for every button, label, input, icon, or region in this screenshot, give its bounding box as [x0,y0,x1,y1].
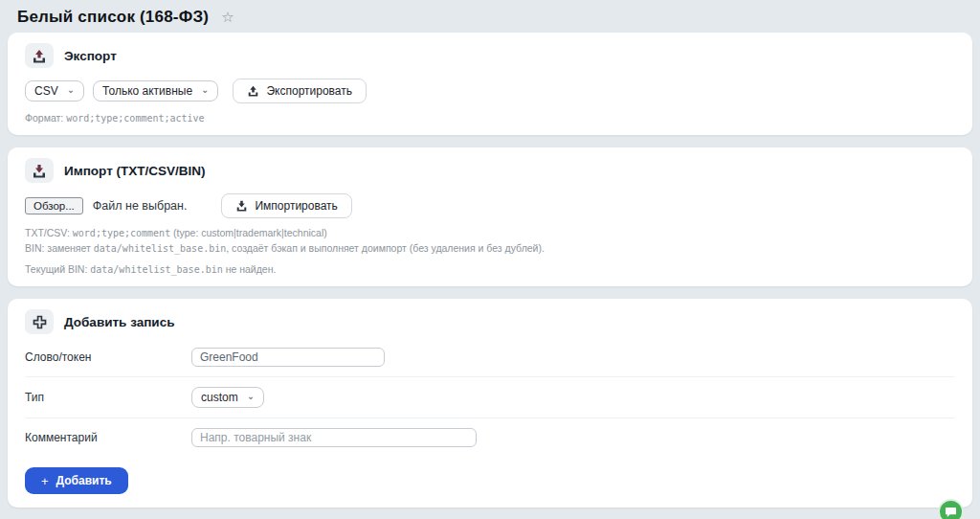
form-row-word: Слово/токен [25,338,955,377]
comment-label: Комментарий [25,431,191,444]
browse-file-button[interactable]: Обзор... [25,197,83,214]
import-hint-current-code: data/whitelist_base.bin [90,264,222,275]
import-hint-current-suffix: не найден. [226,263,277,275]
export-format-select[interactable]: CSV ⌄ [25,80,84,102]
type-select[interactable]: custom ⌄ [191,387,264,408]
type-label: Тип [25,391,191,404]
import-hint-current-bin: Текущий BIN: data/whitelist_base.bin не … [25,263,955,275]
import-card-header: Импорт (TXT/CSV/BIN) [25,158,955,183]
import-card-title: Импорт (TXT/CSV/BIN) [64,164,206,178]
file-status-text: Файл не выбран. [93,199,188,213]
import-hint-current-prefix: Текущий BIN: [25,263,87,275]
export-card-title: Экспорт [64,49,117,63]
add-record-title: Добавить запись [64,315,174,329]
import-hint-txtcsv-suffix: (type: custom|trademark|technical) [173,227,327,238]
chevron-down-icon: ⌄ [201,85,209,95]
import-hint-txtcsv-prefix: TXT/CSV: [25,227,70,238]
word-label: Слово/токен [25,350,191,364]
export-controls: CSV ⌄ Только активные ⌄ Экспортировать [25,79,955,103]
export-card-header: Экспорт [25,43,955,68]
add-button[interactable]: + Добавить [25,467,128,494]
export-scope-value: Только активные [102,84,192,98]
download-icon [235,200,248,212]
add-button-label: Добавить [56,474,112,487]
export-scope-select[interactable]: Только активные ⌄ [93,80,218,102]
chevron-down-icon: ⌄ [247,392,255,401]
upload-icon [25,43,54,68]
import-button[interactable]: Импортировать [221,193,351,218]
add-record-header: Добавить запись [25,309,955,334]
comment-input[interactable] [191,428,477,447]
import-hint-bin: BIN: заменяет data/whitelist_base.bin, с… [25,242,955,254]
download-icon [25,158,54,183]
export-button-label: Экспортировать [266,84,352,98]
plus-icon [25,309,54,334]
page-header: Белый список (168-ФЗ) ☆ [0,0,980,33]
upload-icon [247,85,259,97]
chat-widget-icon[interactable] [938,499,964,519]
chevron-down-icon: ⌄ [67,85,75,95]
export-hint-label: Формат: [25,112,63,124]
import-button-label: Импортировать [255,199,337,213]
add-record-card: Добавить запись Слово/токен Тип custom ⌄… [8,299,972,508]
export-card: Экспорт CSV ⌄ Только активные ⌄ Экспорти… [8,33,972,135]
import-hint-txtcsv: TXT/CSV: word;type;comment (type: custom… [25,227,955,238]
import-hint-bin-prefix: BIN: заменяет [25,242,91,254]
export-button[interactable]: Экспортировать [233,79,367,103]
word-input[interactable] [191,348,385,367]
import-card: Импорт (TXT/CSV/BIN) Обзор... Файл не вы… [8,147,972,286]
type-select-value: custom [201,391,238,404]
import-hint-bin-suffix: , создаёт бэкап и выполняет доимпорт (бе… [226,242,545,254]
import-hint-bin-code: data/whitelist_base.bin [94,243,226,254]
export-hint-code: word;type;comment;active [66,113,205,124]
form-row-comment: Комментарий [25,418,955,457]
plus-icon: + [41,475,49,487]
export-format-hint: Формат: word;type;comment;active [25,112,955,124]
form-row-type: Тип custom ⌄ [25,377,955,418]
import-hint-txtcsv-code: word;type;comment [73,228,170,238]
import-file-row: Обзор... Файл не выбран. Импортировать [25,193,955,218]
page-title: Белый список (168-ФЗ) [17,8,209,27]
export-format-value: CSV [34,84,58,98]
star-favorite-icon[interactable]: ☆ [221,9,234,26]
